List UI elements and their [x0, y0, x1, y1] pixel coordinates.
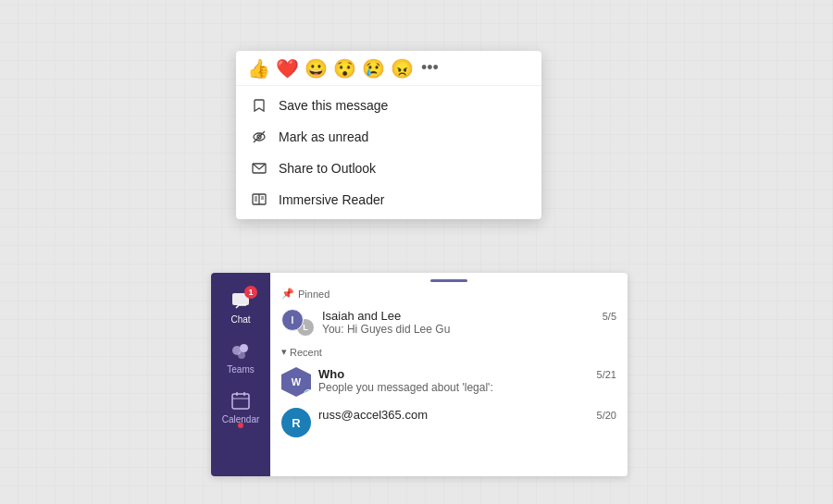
chat-item-who[interactable]: W Who 5/21 People you messaged about 'le… [270, 362, 628, 402]
russ-date: 5/20 [597, 410, 616, 421]
pinned-label: Pinned [298, 289, 329, 300]
reaction-smile[interactable]: 😀 [305, 59, 328, 78]
teams-icon [230, 340, 251, 361]
isaiah-name-row: Isaiah and Lee 5/5 [322, 309, 616, 323]
isaiah-name: Isaiah and Lee [322, 309, 401, 323]
who-name: Who [318, 367, 344, 381]
russ-name: russ@accel365.com [318, 408, 428, 422]
who-status [304, 389, 313, 399]
reaction-angry[interactable]: 😠 [391, 59, 414, 78]
isaiah-date: 5/5 [603, 311, 616, 322]
mark-unread-label: Mark as unread [279, 129, 368, 144]
immersive-reader-item[interactable]: Immersive Reader [236, 184, 541, 215]
reaction-wow[interactable]: 😯 [333, 59, 356, 78]
sidebar: 1 Chat Teams [211, 273, 270, 476]
eye-slash-icon [251, 129, 267, 145]
bookmark-icon [251, 97, 267, 114]
russ-avatar: R [281, 408, 311, 437]
reaction-sad[interactable]: 😢 [362, 59, 385, 78]
teams-chat-panel: 1 Chat Teams [211, 273, 628, 476]
immersive-reader-label: Immersive Reader [279, 192, 384, 207]
chat-icon-wrap: 1 [230, 289, 252, 312]
share-outlook-label: Share to Outlook [279, 161, 376, 176]
save-message-label: Save this message [279, 98, 388, 113]
context-menu-popup: 👍 ❤️ 😀 😯 😢 😠 ••• Save this message [236, 51, 541, 219]
avatar-i: I [281, 309, 304, 331]
calendar-icon-wrap [230, 389, 252, 412]
russ-name-row: russ@accel365.com 5/20 [318, 408, 616, 422]
reader-icon [251, 191, 267, 208]
sidebar-item-calendar[interactable]: Calendar [211, 382, 270, 432]
svg-rect-14 [238, 351, 245, 359]
save-message-item[interactable]: Save this message [236, 90, 541, 121]
chevron-icon: ▾ [281, 346, 287, 358]
teams-icon-wrap [230, 339, 252, 362]
who-name-row: Who 5/21 [318, 367, 616, 381]
svg-rect-15 [232, 394, 249, 409]
calendar-dot [238, 423, 243, 428]
pin-icon: 📌 [281, 288, 294, 300]
who-date: 5/21 [597, 369, 616, 380]
reaction-bar: 👍 ❤️ 😀 😯 😢 😠 ••• [236, 51, 541, 86]
chat-item-russ[interactable]: R russ@accel365.com 5/20 [270, 402, 628, 443]
svg-rect-13 [240, 344, 248, 352]
recent-label: Recent [290, 347, 322, 358]
sidebar-item-teams[interactable]: Teams [211, 332, 270, 382]
context-menu: Save this message Mark as unread Share t… [236, 86, 541, 219]
mark-unread-item[interactable]: Mark as unread [236, 121, 541, 153]
teams-label: Teams [227, 364, 254, 375]
more-reactions-button[interactable]: ••• [421, 58, 439, 78]
who-avatar-wrap: W [281, 367, 311, 397]
russ-avatar-wrap: R [281, 408, 311, 437]
pinned-section-label: 📌 Pinned [270, 280, 628, 303]
who-avatar: W [281, 367, 311, 397]
recent-section-label: ▾ Recent [270, 342, 628, 362]
chat-list-header [270, 273, 628, 280]
share-outlook-item[interactable]: Share to Outlook [236, 153, 541, 184]
chat-list: 📌 Pinned I L Isaiah and Lee 5/5 You: Hi … [270, 273, 628, 476]
chat-label: Chat [230, 314, 250, 325]
chat-badge: 1 [244, 286, 257, 299]
who-preview: People you messaged about 'legal': [318, 381, 616, 394]
reaction-heart[interactable]: ❤️ [276, 59, 299, 78]
isaiah-preview: You: Hi Guyes did Lee Gu [322, 323, 616, 336]
isaiah-info: Isaiah and Lee 5/5 You: Hi Guyes did Lee… [322, 309, 616, 336]
who-info: Who 5/21 People you messaged about 'lega… [318, 367, 616, 394]
calendar-icon [230, 390, 251, 411]
sidebar-item-chat[interactable]: 1 Chat [211, 282, 270, 332]
reaction-thumbsup[interactable]: 👍 [247, 59, 270, 78]
isaiah-avatar: I L [281, 309, 315, 337]
envelope-icon [251, 160, 267, 177]
russ-info: russ@accel365.com 5/20 [318, 408, 616, 422]
chat-item-isaiah[interactable]: I L Isaiah and Lee 5/5 You: Hi Guyes did… [270, 303, 628, 342]
isaiah-avatar-wrap: I L [281, 309, 315, 337]
